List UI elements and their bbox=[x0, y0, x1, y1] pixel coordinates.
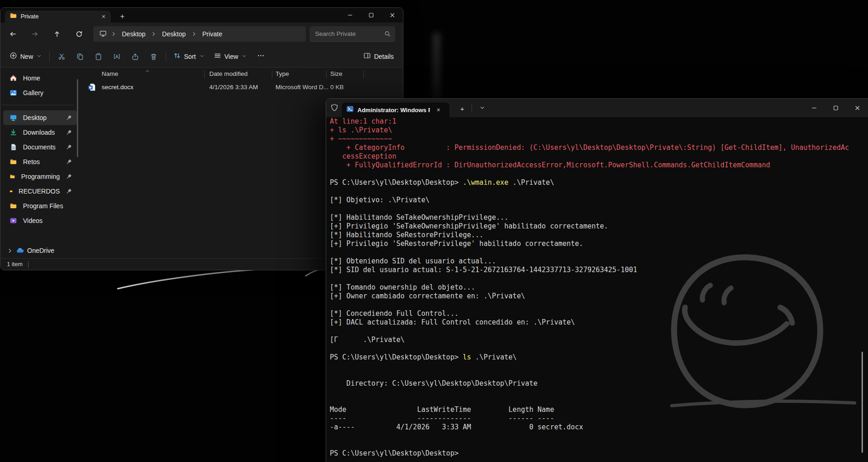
terminal-line: + ls .\Private\ bbox=[330, 126, 868, 135]
maximize-icon bbox=[368, 12, 374, 18]
chevron-right-icon bbox=[111, 31, 116, 37]
new-button[interactable]: New bbox=[5, 49, 46, 64]
column-header-size[interactable]: Size bbox=[330, 70, 342, 77]
sidebar-item-label: Downloads bbox=[23, 129, 55, 136]
more-ellipsis-icon bbox=[257, 52, 264, 59]
terminal-line bbox=[330, 327, 868, 336]
terminal-line bbox=[330, 170, 868, 178]
file-name: secret.docx bbox=[102, 84, 133, 91]
file-row[interactable]: secret.docx4/1/2026 3:33 AMMicrosoft Wor… bbox=[80, 82, 398, 94]
terminal-scrollbar[interactable] bbox=[862, 352, 863, 453]
breadcrumb-item-desktop[interactable]: Desktop bbox=[158, 29, 189, 39]
sidebar-item-label: Documents bbox=[23, 143, 56, 151]
sidebar-scrollbar[interactable] bbox=[77, 79, 78, 157]
maximize-button[interactable] bbox=[361, 8, 382, 23]
folder-icon bbox=[10, 12, 17, 21]
sidebar-item-label: RECUERDOS bbox=[19, 188, 60, 195]
close-button[interactable] bbox=[382, 8, 403, 23]
column-separator[interactable] bbox=[363, 70, 364, 78]
column-header-type[interactable]: Type bbox=[276, 70, 289, 77]
sidebar-item-onedrive[interactable]: OneDrive bbox=[3, 243, 77, 258]
terminal-window-controls bbox=[803, 99, 868, 117]
details-button[interactable]: Details bbox=[359, 49, 398, 64]
search-input[interactable] bbox=[310, 26, 395, 41]
toolbar: New Sort View Details bbox=[0, 46, 403, 68]
sidebar-item-programming[interactable]: Programming bbox=[3, 169, 77, 184]
chevron-down-icon bbox=[241, 53, 247, 59]
maximize-button[interactable] bbox=[825, 99, 846, 117]
tab-close-button[interactable]: × bbox=[99, 12, 108, 21]
pin-icon bbox=[66, 129, 72, 136]
pin-icon bbox=[66, 159, 72, 165]
sidebar-item-label: Programming bbox=[21, 173, 60, 180]
sidebar-item-retos[interactable]: Retos bbox=[3, 154, 77, 169]
terminal-line: [*] Tomando ownership del objeto... bbox=[330, 283, 868, 292]
sidebar-item-label: Retos bbox=[23, 158, 40, 165]
rename-button[interactable] bbox=[108, 49, 126, 64]
up-button[interactable] bbox=[49, 26, 65, 42]
breadcrumb[interactable]: DesktopDesktopPrivate bbox=[93, 26, 306, 42]
minimize-button[interactable] bbox=[803, 99, 825, 117]
terminal-line: ---- ------------- ------ ---- bbox=[330, 414, 868, 423]
terminal-tab-dropdown-button[interactable] bbox=[476, 103, 488, 114]
terminal-tab[interactable]: Administrator: Windows PowerShell × bbox=[342, 103, 449, 117]
column-header-date-modified[interactable]: Date modified bbox=[209, 70, 247, 77]
minimize-button[interactable] bbox=[339, 8, 361, 23]
sidebar-item-documents[interactable]: Documents bbox=[3, 140, 77, 154]
sidebar-item-home[interactable]: Home bbox=[3, 71, 77, 86]
breadcrumb-item-desktop[interactable]: Desktop bbox=[118, 29, 149, 39]
terminal-line bbox=[330, 397, 868, 405]
forward-button[interactable] bbox=[27, 26, 43, 42]
refresh-button[interactable] bbox=[71, 26, 87, 42]
view-button[interactable]: View bbox=[209, 49, 252, 64]
delete-button[interactable] bbox=[144, 49, 163, 64]
column-header-name[interactable]: Name bbox=[102, 70, 118, 77]
terminal-line: [+] Privilegio 'SeRestorePrivilege' habi… bbox=[330, 240, 868, 248]
column-separator[interactable] bbox=[204, 70, 205, 78]
terminal-title-bar: /> Administrator: Windows PowerShell × + bbox=[326, 99, 868, 117]
back-icon bbox=[9, 30, 17, 38]
breadcrumb-item-private[interactable]: Private bbox=[199, 29, 226, 39]
terminal-line bbox=[330, 362, 868, 371]
sidebar-item-label: OneDrive bbox=[27, 247, 54, 254]
terminal-line: Mode LastWriteTime Length Name bbox=[330, 405, 868, 414]
terminal-new-tab-button[interactable]: + bbox=[456, 103, 469, 114]
terminal-window: /> Administrator: Windows PowerShell × + bbox=[326, 98, 868, 462]
more-options-button[interactable] bbox=[252, 49, 270, 64]
sidebar-item-videos[interactable]: Videos bbox=[3, 213, 77, 228]
pin-indicator bbox=[66, 159, 72, 165]
word-file-icon bbox=[88, 83, 96, 91]
copy-button[interactable] bbox=[71, 49, 89, 64]
terminal-tab-close-button[interactable]: × bbox=[434, 105, 443, 114]
back-button[interactable] bbox=[5, 26, 21, 42]
close-icon bbox=[855, 105, 860, 111]
sidebar-item-recuerdos[interactable]: RECUERDOS bbox=[3, 184, 77, 199]
details-button-label: Details bbox=[374, 53, 394, 60]
sidebar-item-label: Gallery bbox=[23, 89, 43, 97]
sidebar-item-desktop[interactable]: Desktop bbox=[3, 110, 77, 125]
terminal-line: [Γ .\Private\ bbox=[330, 336, 868, 344]
terminal-tab-title: Administrator: Windows PowerShell bbox=[357, 107, 430, 114]
sidebar-item-program-files[interactable]: Program Files bbox=[3, 199, 77, 213]
admin-shield-icon: /> bbox=[330, 103, 339, 112]
folder-icon bbox=[10, 173, 15, 180]
minimize-icon bbox=[811, 105, 817, 111]
share-button[interactable] bbox=[126, 49, 144, 64]
explorer-tab-private[interactable]: Private × bbox=[5, 11, 111, 23]
terminal-content[interactable]: At line:1 char:1+ ls .\Private\+ ~~~~~~~… bbox=[326, 117, 868, 462]
column-separator[interactable] bbox=[272, 70, 272, 78]
terminal-line bbox=[330, 205, 868, 213]
sidebar-item-gallery[interactable]: Gallery bbox=[3, 86, 77, 100]
column-separator[interactable] bbox=[326, 70, 327, 78]
sidebar-item-downloads[interactable]: Downloads bbox=[3, 125, 77, 140]
folder-icon bbox=[10, 12, 17, 19]
view-button-label: View bbox=[224, 53, 238, 60]
terminal-line bbox=[330, 371, 868, 379]
new-tab-button[interactable]: + bbox=[116, 11, 128, 22]
this-pc-button[interactable] bbox=[97, 29, 109, 40]
sort-button[interactable]: Sort bbox=[169, 49, 209, 64]
close-button[interactable] bbox=[846, 99, 868, 117]
documents-icon bbox=[10, 143, 17, 151]
cut-button[interactable] bbox=[52, 49, 71, 64]
paste-button[interactable] bbox=[89, 49, 108, 64]
